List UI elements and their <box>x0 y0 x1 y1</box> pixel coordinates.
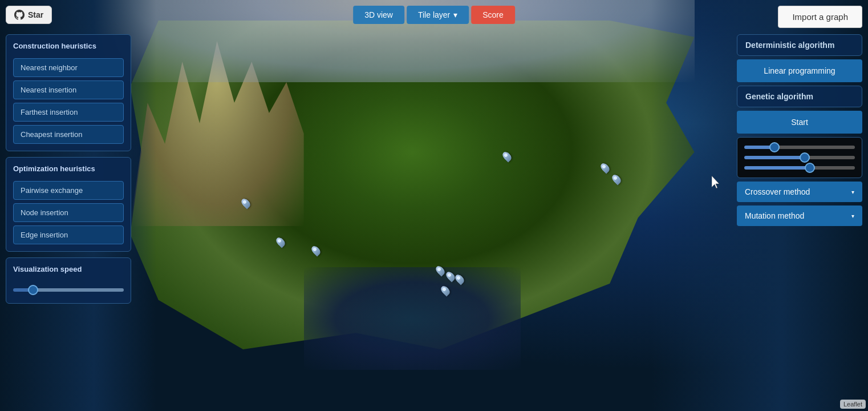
left-panel: Construction heuristics Nearest neighbor… <box>6 34 131 304</box>
nearest-insertion-button[interactable]: Nearest insertion <box>13 80 124 99</box>
slider-row-3 <box>744 166 855 170</box>
github-icon <box>14 10 25 20</box>
optimization-title: Optimization heuristics <box>13 164 124 175</box>
crossover-method-label: Crossover method <box>745 187 810 196</box>
speed-title: Visualization speed <box>13 265 124 276</box>
slider-row-1 <box>744 146 855 149</box>
farthest-insertion-button[interactable]: Farthest insertion <box>13 103 124 122</box>
deterministic-section: Deterministic algorithm <box>737 34 862 56</box>
optimization-heuristics-section: Optimization heuristics Pairwise exchang… <box>6 157 131 252</box>
leaflet-watermark: Leaflet <box>840 400 866 409</box>
node-insertion-button[interactable]: Node insertion <box>13 203 124 222</box>
mutation-method-button[interactable]: Mutation method ▾ <box>737 206 862 226</box>
visualization-speed-section: Visualization speed <box>6 257 131 304</box>
crossover-chevron: ▾ <box>851 189 854 195</box>
map-gulf <box>304 267 521 370</box>
linear-programming-button[interactable]: Linear programming <box>737 59 862 82</box>
mutation-method-label: Mutation method <box>745 211 804 220</box>
genetic-sliders-box <box>737 137 862 178</box>
tile-layer-button[interactable]: Tile layer ▾ <box>407 6 469 24</box>
construction-title: Construction heuristics <box>13 42 124 53</box>
import-graph-button[interactable]: Import a graph <box>778 6 862 28</box>
right-panel: Deterministic algorithm Linear programmi… <box>737 34 862 226</box>
genetic-slider-2[interactable] <box>744 156 855 159</box>
genetic-slider-1[interactable] <box>744 146 855 149</box>
slider-row-2 <box>744 156 855 159</box>
deterministic-title: Deterministic algorithm <box>745 41 834 50</box>
cheapest-insertion-button[interactable]: Cheapest insertion <box>13 125 124 144</box>
3d-view-button[interactable]: 3D view <box>353 6 404 24</box>
mutation-chevron: ▾ <box>851 213 854 219</box>
speed-slider-container <box>13 281 124 296</box>
tile-layer-label: Tile layer <box>418 10 450 19</box>
score-button[interactable]: Score <box>471 6 515 24</box>
genetic-section: Genetic algorithm <box>737 86 862 107</box>
toolbar: 3D view Tile layer ▾ Score <box>353 6 515 24</box>
leaflet-label: Leaflet <box>843 401 862 408</box>
github-star-label: Star <box>28 10 43 19</box>
github-star-button[interactable]: Star <box>6 6 52 24</box>
pairwise-exchange-button[interactable]: Pairwise exchange <box>13 181 124 200</box>
start-button[interactable]: Start <box>737 111 862 134</box>
construction-heuristics-section: Construction heuristics Nearest neighbor… <box>6 34 131 151</box>
tile-layer-chevron: ▾ <box>453 10 457 19</box>
speed-slider[interactable] <box>13 288 124 292</box>
crossover-method-button[interactable]: Crossover method ▾ <box>737 182 862 202</box>
edge-insertion-button[interactable]: Edge insertion <box>13 225 124 244</box>
genetic-slider-3[interactable] <box>744 166 855 170</box>
genetic-title: Genetic algorithm <box>745 92 813 101</box>
nearest-neighbor-button[interactable]: Nearest neighbor <box>13 58 124 77</box>
